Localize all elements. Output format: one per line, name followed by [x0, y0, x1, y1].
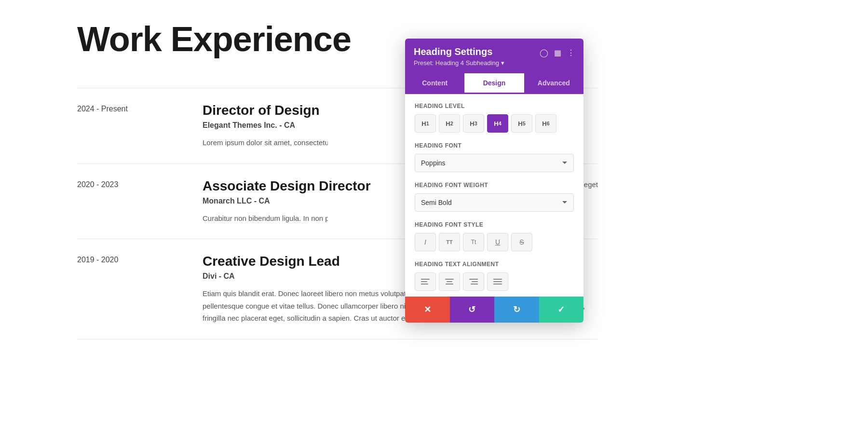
save-button[interactable]: ✓	[539, 297, 584, 323]
redo-button[interactable]: ↻	[494, 297, 539, 323]
h5-button[interactable]: H5	[511, 114, 532, 133]
heading-font-label: Heading Font	[415, 142, 574, 149]
panel-title: Heading Settings	[414, 46, 540, 57]
entry-description: Curabitur non bibendum ligula. In non pu…	[203, 212, 328, 225]
h6-button[interactable]: H6	[535, 114, 556, 133]
tab-content[interactable]: Content	[405, 73, 464, 94]
align-justify-button[interactable]	[487, 272, 508, 291]
heading-level-section: Heading Level H1 H2 H3 H4 H5 H6	[415, 103, 574, 133]
h1-button[interactable]: H1	[415, 114, 436, 133]
heading-text-alignment-label: Heading Text Alignment	[415, 261, 574, 268]
heading-font-weight-select[interactable]: Semi Bold Regular Bold Light	[415, 193, 574, 212]
entry-company: Elegant Themes Inc. - CA	[203, 121, 434, 130]
underline-button[interactable]: U	[487, 233, 508, 251]
entry-description: Lorem ipsum dolor sit amet, consectetur …	[203, 136, 328, 149]
panel-footer: ✕ ↺ ↻ ✓	[405, 297, 583, 323]
font-style-buttons: I TT Tt U S	[415, 233, 574, 251]
align-center-button[interactable]	[439, 272, 460, 291]
italic-button[interactable]: I	[415, 233, 436, 251]
align-right-button[interactable]	[463, 272, 484, 291]
heading-settings-panel: Heading Settings Preset: Heading 4 Subhe…	[405, 39, 583, 323]
heading-font-section: Heading Font Poppins Roboto Open Sans La…	[415, 142, 574, 172]
entry-dates: 2024 - Present	[77, 103, 164, 149]
align-left-button[interactable]	[415, 272, 436, 291]
heading-font-select[interactable]: Poppins Roboto Open Sans Lato	[415, 154, 574, 172]
capitalize-button[interactable]: Tt	[463, 233, 484, 251]
strikethrough-button[interactable]: S	[511, 233, 532, 251]
heading-level-buttons: H1 H2 H3 H4 H5 H6	[415, 114, 574, 133]
entry-title: Director of Design	[203, 103, 434, 118]
panel-body: Heading Level H1 H2 H3 H4 H5 H6 Heading …	[405, 94, 583, 297]
cancel-button[interactable]: ✕	[405, 297, 450, 323]
heading-font-style-section: Heading Font Style I TT Tt U S	[415, 221, 574, 251]
panel-preset[interactable]: Preset: Heading 4 Subheading ▾	[414, 59, 540, 67]
heading-level-label: Heading Level	[415, 103, 574, 109]
panel-header: Heading Settings Preset: Heading 4 Subhe…	[405, 39, 583, 73]
h3-button[interactable]: H3	[463, 114, 484, 133]
entry-dates: 2019 - 2020	[77, 254, 164, 325]
panel-tabs: Content Design Advanced	[405, 73, 583, 94]
heading-text-alignment-section: Heading Text Alignment	[415, 261, 574, 291]
reset-button[interactable]: ↺	[450, 297, 495, 323]
entry-dates: 2020 - 2023	[77, 178, 164, 225]
align-right-icon	[469, 279, 478, 285]
align-justify-icon	[493, 279, 502, 285]
more-options-icon[interactable]: ⋮	[567, 48, 575, 57]
align-center-icon	[445, 279, 454, 285]
heading-font-weight-label: Heading Font Weight	[415, 182, 574, 189]
uppercase-button[interactable]: TT	[439, 233, 460, 251]
tab-design[interactable]: Design	[464, 73, 524, 94]
tab-advanced[interactable]: Advanced	[524, 73, 583, 94]
reset-icon[interactable]: ◯	[540, 48, 548, 57]
h2-button[interactable]: H2	[439, 114, 460, 133]
heading-font-weight-section: Heading Font Weight Semi Bold Regular Bo…	[415, 182, 574, 212]
alignment-buttons	[415, 272, 574, 291]
h4-button[interactable]: H4	[487, 114, 508, 133]
heading-font-style-label: Heading Font Style	[415, 221, 574, 228]
align-left-icon	[421, 279, 430, 285]
layout-icon[interactable]: ▦	[554, 48, 561, 57]
